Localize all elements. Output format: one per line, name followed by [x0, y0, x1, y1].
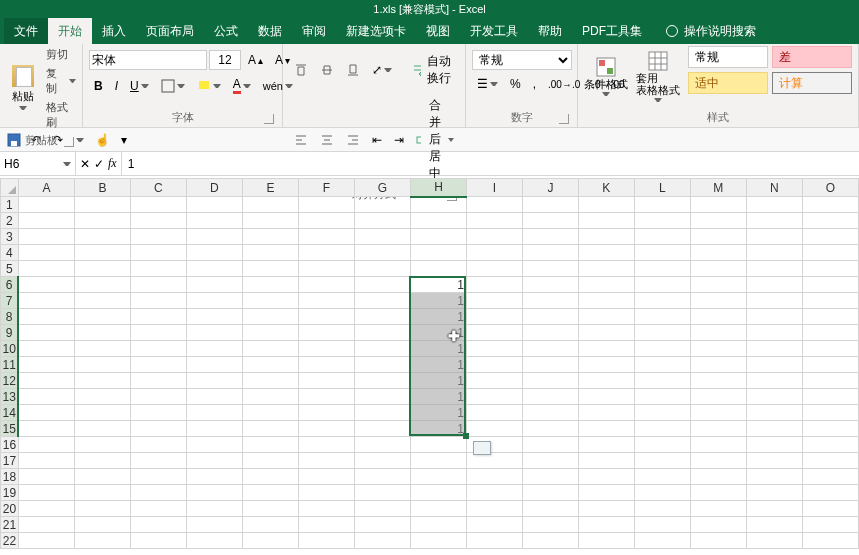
cell-I19[interactable]: [467, 485, 523, 501]
cell-I9[interactable]: [467, 325, 523, 341]
cell-D3[interactable]: [186, 229, 242, 245]
cell-F18[interactable]: [298, 469, 354, 485]
cell-L21[interactable]: [634, 517, 690, 533]
column-header-J[interactable]: J: [522, 179, 578, 197]
cell-O6[interactable]: [802, 277, 858, 293]
cell-C11[interactable]: [130, 357, 186, 373]
cell-H5[interactable]: [410, 261, 466, 277]
cell-E15[interactable]: [242, 421, 298, 437]
cell-O13[interactable]: [802, 389, 858, 405]
row-header-10[interactable]: 10: [1, 341, 19, 357]
cell-J10[interactable]: [522, 341, 578, 357]
cell-J4[interactable]: [522, 245, 578, 261]
cell-N18[interactable]: [746, 469, 802, 485]
cell-B5[interactable]: [74, 261, 130, 277]
cell-K14[interactable]: [578, 405, 634, 421]
qat-customize-button[interactable]: ▾: [116, 132, 132, 148]
cell-E19[interactable]: [242, 485, 298, 501]
cell-H7[interactable]: 1: [410, 293, 466, 309]
cell-E1[interactable]: [242, 197, 298, 213]
row-header-13[interactable]: 13: [1, 389, 19, 405]
cell-G19[interactable]: [354, 485, 410, 501]
cell-M9[interactable]: [690, 325, 746, 341]
dialog-launcher-icon[interactable]: [64, 137, 74, 147]
cell-E9[interactable]: [242, 325, 298, 341]
cell-L17[interactable]: [634, 453, 690, 469]
tab-review[interactable]: 审阅: [292, 18, 336, 44]
worksheet[interactable]: ABCDEFGHIJKLMNO1234561718191101111121131…: [0, 178, 859, 555]
cell-L4[interactable]: [634, 245, 690, 261]
row-header-1[interactable]: 1: [1, 197, 19, 213]
cell-G12[interactable]: [354, 373, 410, 389]
align-right-button[interactable]: [341, 130, 365, 150]
cell-G1[interactable]: [354, 197, 410, 213]
cell-K13[interactable]: [578, 389, 634, 405]
align-top-button[interactable]: [289, 60, 313, 80]
cell-F13[interactable]: [298, 389, 354, 405]
cell-K4[interactable]: [578, 245, 634, 261]
cell-E16[interactable]: [242, 437, 298, 453]
cell-O20[interactable]: [802, 501, 858, 517]
cell-F10[interactable]: [298, 341, 354, 357]
cell-O9[interactable]: [802, 325, 858, 341]
row-header-16[interactable]: 16: [1, 437, 19, 453]
row-header-2[interactable]: 2: [1, 213, 19, 229]
cell-styles-gallery[interactable]: 常规 差 适中 计算: [688, 46, 852, 108]
cell-G18[interactable]: [354, 469, 410, 485]
cell-N3[interactable]: [746, 229, 802, 245]
increase-font-button[interactable]: A▴: [243, 50, 268, 70]
format-painter-button[interactable]: 格式刷: [43, 99, 76, 131]
cell-G17[interactable]: [354, 453, 410, 469]
cell-B7[interactable]: [74, 293, 130, 309]
cell-N5[interactable]: [746, 261, 802, 277]
cell-O3[interactable]: [802, 229, 858, 245]
cell-K2[interactable]: [578, 213, 634, 229]
cell-D2[interactable]: [186, 213, 242, 229]
cell-M10[interactable]: [690, 341, 746, 357]
cell-G9[interactable]: [354, 325, 410, 341]
cell-F14[interactable]: [298, 405, 354, 421]
tab-help[interactable]: 帮助: [528, 18, 572, 44]
row-header-18[interactable]: 18: [1, 469, 19, 485]
cell-H18[interactable]: [410, 469, 466, 485]
column-header-C[interactable]: C: [130, 179, 186, 197]
cell-I21[interactable]: [467, 517, 523, 533]
cell-N15[interactable]: [746, 421, 802, 437]
column-header-G[interactable]: G: [354, 179, 410, 197]
cell-D1[interactable]: [186, 197, 242, 213]
cell-M19[interactable]: [690, 485, 746, 501]
cell-I6[interactable]: [467, 277, 523, 293]
cell-A1[interactable]: [18, 197, 74, 213]
accounting-format-button[interactable]: ☰: [472, 74, 503, 94]
cell-B1[interactable]: [74, 197, 130, 213]
cell-L6[interactable]: [634, 277, 690, 293]
cell-I2[interactable]: [467, 213, 523, 229]
cell-B11[interactable]: [74, 357, 130, 373]
cell-H8[interactable]: 1: [410, 309, 466, 325]
cell-B17[interactable]: [74, 453, 130, 469]
cell-M13[interactable]: [690, 389, 746, 405]
cell-N1[interactable]: [746, 197, 802, 213]
cell-J9[interactable]: [522, 325, 578, 341]
cut-button[interactable]: 剪切: [43, 46, 76, 63]
cell-J16[interactable]: [522, 437, 578, 453]
cell-J6[interactable]: [522, 277, 578, 293]
cell-O1[interactable]: [802, 197, 858, 213]
cell-J3[interactable]: [522, 229, 578, 245]
cell-L12[interactable]: [634, 373, 690, 389]
cell-M4[interactable]: [690, 245, 746, 261]
cell-A6[interactable]: [18, 277, 74, 293]
cancel-edit-button[interactable]: ✕: [80, 157, 90, 171]
cell-C7[interactable]: [130, 293, 186, 309]
cell-O5[interactable]: [802, 261, 858, 277]
cell-O19[interactable]: [802, 485, 858, 501]
cell-K9[interactable]: [578, 325, 634, 341]
cell-E10[interactable]: [242, 341, 298, 357]
tab-data[interactable]: 数据: [248, 18, 292, 44]
style-warn[interactable]: 适中: [688, 72, 768, 94]
cell-K12[interactable]: [578, 373, 634, 389]
cell-L18[interactable]: [634, 469, 690, 485]
row-header-21[interactable]: 21: [1, 517, 19, 533]
cell-L16[interactable]: [634, 437, 690, 453]
select-all-corner[interactable]: [1, 179, 19, 197]
